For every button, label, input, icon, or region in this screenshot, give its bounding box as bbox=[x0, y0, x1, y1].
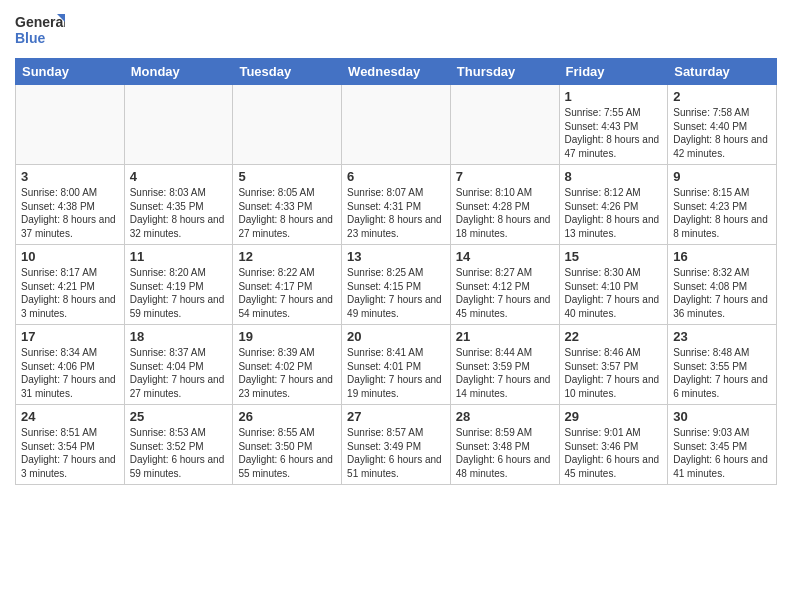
day-info: Sunrise: 8:51 AM Sunset: 3:54 PM Dayligh… bbox=[21, 426, 119, 480]
week-row-4: 17Sunrise: 8:34 AM Sunset: 4:06 PM Dayli… bbox=[16, 325, 777, 405]
calendar-cell: 6Sunrise: 8:07 AM Sunset: 4:31 PM Daylig… bbox=[342, 165, 451, 245]
day-number: 26 bbox=[238, 409, 336, 424]
week-row-5: 24Sunrise: 8:51 AM Sunset: 3:54 PM Dayli… bbox=[16, 405, 777, 485]
calendar-cell: 5Sunrise: 8:05 AM Sunset: 4:33 PM Daylig… bbox=[233, 165, 342, 245]
day-number: 6 bbox=[347, 169, 445, 184]
day-number: 21 bbox=[456, 329, 554, 344]
day-info: Sunrise: 8:00 AM Sunset: 4:38 PM Dayligh… bbox=[21, 186, 119, 240]
calendar-table: SundayMondayTuesdayWednesdayThursdayFrid… bbox=[15, 58, 777, 485]
day-number: 3 bbox=[21, 169, 119, 184]
calendar-cell: 13Sunrise: 8:25 AM Sunset: 4:15 PM Dayli… bbox=[342, 245, 451, 325]
calendar-cell bbox=[16, 85, 125, 165]
day-info: Sunrise: 8:17 AM Sunset: 4:21 PM Dayligh… bbox=[21, 266, 119, 320]
day-number: 17 bbox=[21, 329, 119, 344]
week-row-2: 3Sunrise: 8:00 AM Sunset: 4:38 PM Daylig… bbox=[16, 165, 777, 245]
day-number: 8 bbox=[565, 169, 663, 184]
day-number: 13 bbox=[347, 249, 445, 264]
day-number: 5 bbox=[238, 169, 336, 184]
calendar-cell: 9Sunrise: 8:15 AM Sunset: 4:23 PM Daylig… bbox=[668, 165, 777, 245]
calendar-cell: 15Sunrise: 8:30 AM Sunset: 4:10 PM Dayli… bbox=[559, 245, 668, 325]
calendar-cell: 12Sunrise: 8:22 AM Sunset: 4:17 PM Dayli… bbox=[233, 245, 342, 325]
day-info: Sunrise: 8:32 AM Sunset: 4:08 PM Dayligh… bbox=[673, 266, 771, 320]
day-number: 4 bbox=[130, 169, 228, 184]
day-info: Sunrise: 8:10 AM Sunset: 4:28 PM Dayligh… bbox=[456, 186, 554, 240]
day-number: 1 bbox=[565, 89, 663, 104]
day-number: 2 bbox=[673, 89, 771, 104]
day-info: Sunrise: 7:55 AM Sunset: 4:43 PM Dayligh… bbox=[565, 106, 663, 160]
day-info: Sunrise: 8:48 AM Sunset: 3:55 PM Dayligh… bbox=[673, 346, 771, 400]
calendar-cell bbox=[124, 85, 233, 165]
calendar-cell: 20Sunrise: 8:41 AM Sunset: 4:01 PM Dayli… bbox=[342, 325, 451, 405]
week-row-1: 1Sunrise: 7:55 AM Sunset: 4:43 PM Daylig… bbox=[16, 85, 777, 165]
day-number: 9 bbox=[673, 169, 771, 184]
calendar-cell: 16Sunrise: 8:32 AM Sunset: 4:08 PM Dayli… bbox=[668, 245, 777, 325]
calendar-cell bbox=[450, 85, 559, 165]
day-info: Sunrise: 8:53 AM Sunset: 3:52 PM Dayligh… bbox=[130, 426, 228, 480]
calendar-cell: 23Sunrise: 8:48 AM Sunset: 3:55 PM Dayli… bbox=[668, 325, 777, 405]
calendar-cell: 3Sunrise: 8:00 AM Sunset: 4:38 PM Daylig… bbox=[16, 165, 125, 245]
day-number: 18 bbox=[130, 329, 228, 344]
day-info: Sunrise: 8:55 AM Sunset: 3:50 PM Dayligh… bbox=[238, 426, 336, 480]
calendar-cell: 14Sunrise: 8:27 AM Sunset: 4:12 PM Dayli… bbox=[450, 245, 559, 325]
calendar-cell: 30Sunrise: 9:03 AM Sunset: 3:45 PM Dayli… bbox=[668, 405, 777, 485]
calendar-cell: 17Sunrise: 8:34 AM Sunset: 4:06 PM Dayli… bbox=[16, 325, 125, 405]
day-info: Sunrise: 8:30 AM Sunset: 4:10 PM Dayligh… bbox=[565, 266, 663, 320]
day-info: Sunrise: 8:34 AM Sunset: 4:06 PM Dayligh… bbox=[21, 346, 119, 400]
day-number: 30 bbox=[673, 409, 771, 424]
day-number: 10 bbox=[21, 249, 119, 264]
day-number: 11 bbox=[130, 249, 228, 264]
day-info: Sunrise: 8:44 AM Sunset: 3:59 PM Dayligh… bbox=[456, 346, 554, 400]
calendar-cell: 8Sunrise: 8:12 AM Sunset: 4:26 PM Daylig… bbox=[559, 165, 668, 245]
day-number: 19 bbox=[238, 329, 336, 344]
calendar-cell: 21Sunrise: 8:44 AM Sunset: 3:59 PM Dayli… bbox=[450, 325, 559, 405]
calendar-cell: 26Sunrise: 8:55 AM Sunset: 3:50 PM Dayli… bbox=[233, 405, 342, 485]
day-info: Sunrise: 8:20 AM Sunset: 4:19 PM Dayligh… bbox=[130, 266, 228, 320]
day-number: 29 bbox=[565, 409, 663, 424]
day-number: 16 bbox=[673, 249, 771, 264]
calendar-cell: 10Sunrise: 8:17 AM Sunset: 4:21 PM Dayli… bbox=[16, 245, 125, 325]
day-number: 23 bbox=[673, 329, 771, 344]
weekday-header-saturday: Saturday bbox=[668, 59, 777, 85]
day-number: 15 bbox=[565, 249, 663, 264]
day-info: Sunrise: 8:07 AM Sunset: 4:31 PM Dayligh… bbox=[347, 186, 445, 240]
day-number: 20 bbox=[347, 329, 445, 344]
weekday-header-monday: Monday bbox=[124, 59, 233, 85]
day-number: 22 bbox=[565, 329, 663, 344]
calendar-cell: 2Sunrise: 7:58 AM Sunset: 4:40 PM Daylig… bbox=[668, 85, 777, 165]
day-info: Sunrise: 8:05 AM Sunset: 4:33 PM Dayligh… bbox=[238, 186, 336, 240]
calendar-cell: 7Sunrise: 8:10 AM Sunset: 4:28 PM Daylig… bbox=[450, 165, 559, 245]
calendar-cell bbox=[342, 85, 451, 165]
day-number: 14 bbox=[456, 249, 554, 264]
calendar-cell: 28Sunrise: 8:59 AM Sunset: 3:48 PM Dayli… bbox=[450, 405, 559, 485]
calendar-cell: 25Sunrise: 8:53 AM Sunset: 3:52 PM Dayli… bbox=[124, 405, 233, 485]
day-info: Sunrise: 8:57 AM Sunset: 3:49 PM Dayligh… bbox=[347, 426, 445, 480]
day-info: Sunrise: 9:01 AM Sunset: 3:46 PM Dayligh… bbox=[565, 426, 663, 480]
calendar-cell: 1Sunrise: 7:55 AM Sunset: 4:43 PM Daylig… bbox=[559, 85, 668, 165]
day-info: Sunrise: 8:27 AM Sunset: 4:12 PM Dayligh… bbox=[456, 266, 554, 320]
day-info: Sunrise: 8:37 AM Sunset: 4:04 PM Dayligh… bbox=[130, 346, 228, 400]
svg-text:General: General bbox=[15, 14, 65, 30]
day-number: 25 bbox=[130, 409, 228, 424]
day-info: Sunrise: 8:15 AM Sunset: 4:23 PM Dayligh… bbox=[673, 186, 771, 240]
calendar-cell: 24Sunrise: 8:51 AM Sunset: 3:54 PM Dayli… bbox=[16, 405, 125, 485]
calendar-cell: 19Sunrise: 8:39 AM Sunset: 4:02 PM Dayli… bbox=[233, 325, 342, 405]
day-info: Sunrise: 7:58 AM Sunset: 4:40 PM Dayligh… bbox=[673, 106, 771, 160]
day-number: 12 bbox=[238, 249, 336, 264]
calendar-cell bbox=[233, 85, 342, 165]
day-info: Sunrise: 8:22 AM Sunset: 4:17 PM Dayligh… bbox=[238, 266, 336, 320]
main-container: GeneralBlue SundayMondayTuesdayWednesday… bbox=[0, 0, 792, 495]
weekday-header-friday: Friday bbox=[559, 59, 668, 85]
calendar-cell: 27Sunrise: 8:57 AM Sunset: 3:49 PM Dayli… bbox=[342, 405, 451, 485]
weekday-header-row: SundayMondayTuesdayWednesdayThursdayFrid… bbox=[16, 59, 777, 85]
day-info: Sunrise: 8:46 AM Sunset: 3:57 PM Dayligh… bbox=[565, 346, 663, 400]
day-number: 7 bbox=[456, 169, 554, 184]
day-info: Sunrise: 8:25 AM Sunset: 4:15 PM Dayligh… bbox=[347, 266, 445, 320]
calendar-cell: 29Sunrise: 9:01 AM Sunset: 3:46 PM Dayli… bbox=[559, 405, 668, 485]
weekday-header-sunday: Sunday bbox=[16, 59, 125, 85]
day-info: Sunrise: 8:41 AM Sunset: 4:01 PM Dayligh… bbox=[347, 346, 445, 400]
day-number: 27 bbox=[347, 409, 445, 424]
weekday-header-thursday: Thursday bbox=[450, 59, 559, 85]
logo-icon: GeneralBlue bbox=[15, 10, 65, 50]
svg-text:Blue: Blue bbox=[15, 30, 46, 46]
day-number: 28 bbox=[456, 409, 554, 424]
